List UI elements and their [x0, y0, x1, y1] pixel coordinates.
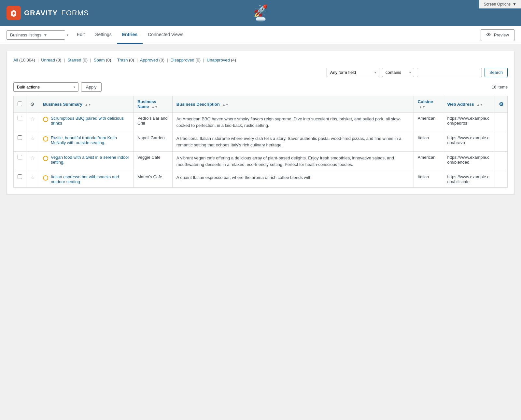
- row-status-summary-cell: Italian espresso bar with snacks and out…: [39, 171, 134, 188]
- row-star-cell: ☆: [26, 152, 39, 171]
- row-gear-cell: [495, 152, 507, 171]
- row-gear-cell: [495, 132, 507, 152]
- eye-icon: 👁: [486, 32, 491, 38]
- rocket-icon: 🚀: [253, 4, 268, 18]
- tab-settings[interactable]: Settings: [90, 26, 117, 44]
- filter-trash[interactable]: Trash: [117, 58, 128, 62]
- chevron-down-icon: ▼: [513, 2, 516, 7]
- row-checkbox[interactable]: [18, 174, 22, 179]
- row-star-cell: ☆: [26, 113, 39, 132]
- bulk-left: Bulk actions Mark as Read Mark as Unread…: [13, 82, 102, 92]
- search-row: Any form field Business Summary Business…: [13, 68, 508, 77]
- content-area: All (10,304) | Unread (8) | Starred (0) …: [0, 44, 521, 412]
- row-web-address: https://www.example.com/pedros: [443, 113, 495, 132]
- search-input[interactable]: [417, 68, 482, 77]
- row-business-name: Veggie Cafe: [133, 152, 172, 171]
- row-cuisine: American: [414, 113, 443, 132]
- row-web-address: https://www.example.com/blended: [443, 152, 495, 171]
- header-icon: ⊙: [30, 102, 34, 107]
- tab-connected-views[interactable]: Connected Views: [143, 26, 189, 44]
- filter-starred[interactable]: Starred: [67, 58, 81, 62]
- header-cuisine[interactable]: Cuisine ▲▼: [414, 96, 443, 113]
- star-icon[interactable]: ☆: [30, 175, 35, 180]
- apply-button[interactable]: Apply: [81, 82, 102, 92]
- row-business-description: A vibrant vegan cafe offering a deliciou…: [172, 152, 414, 171]
- filter-spam[interactable]: Spam: [94, 58, 105, 62]
- items-count: 16 items: [492, 85, 508, 89]
- table-row: ☆ Scrumptious BBQ paired with delicious …: [14, 113, 508, 132]
- row-checkbox[interactable]: [18, 135, 22, 140]
- gravity-forms-logo-icon: [7, 6, 21, 20]
- search-button[interactable]: Search: [485, 68, 508, 77]
- filter-unread[interactable]: Unread: [41, 58, 55, 62]
- row-business-name: Marco's Cafe: [133, 171, 172, 188]
- star-icon[interactable]: ☆: [30, 116, 35, 122]
- header-gear-col: ⚙: [495, 96, 507, 113]
- row-star-cell: ☆: [26, 132, 39, 152]
- bulk-actions-select[interactable]: Bulk actions Mark as Read Mark as Unread…: [13, 82, 78, 92]
- preview-button[interactable]: 👁 Preview: [481, 29, 514, 41]
- row-business-name: Pedro's Bar and Grill: [133, 113, 172, 132]
- row-cuisine: American: [414, 152, 443, 171]
- table-row: ☆ Italian espresso bar with snacks and o…: [14, 171, 508, 188]
- form-selector[interactable]: Business listings ▼: [7, 30, 65, 40]
- tab-entries[interactable]: Entries: [117, 26, 143, 44]
- row-cuisine: Italian: [414, 171, 443, 188]
- row-gear-cell: [495, 113, 507, 132]
- header-business-description[interactable]: Business Description ▲▼: [172, 96, 414, 113]
- logo-text: GRAVITY FORMS: [24, 9, 89, 17]
- row-checkbox[interactable]: [18, 155, 22, 159]
- entries-table: ⊙ Business Summary ▲▼ Business Name ▲▼ B…: [13, 96, 508, 188]
- business-summary-link[interactable]: Vegan food with a twist in a serene indo…: [51, 155, 129, 165]
- star-icon[interactable]: ☆: [30, 155, 35, 161]
- row-checkbox[interactable]: [18, 116, 22, 120]
- filter-approved[interactable]: Approved: [140, 58, 158, 62]
- screen-options-button[interactable]: Screen Options ▼: [479, 0, 521, 8]
- filter-unapproved[interactable]: Unapproved: [207, 58, 230, 62]
- field-select[interactable]: Any form field Business Summary Business…: [327, 68, 379, 77]
- business-summary-link[interactable]: Rustic, beautiful trattoria from Keith M…: [51, 135, 129, 145]
- logo-area: GRAVITY FORMS: [7, 6, 89, 20]
- header-business-summary[interactable]: Business Summary ▲▼: [39, 96, 134, 113]
- sort-business-summary-icon: ▲▼: [85, 103, 91, 106]
- business-summary-link[interactable]: Italian espresso bar with snacks and out…: [51, 174, 129, 184]
- sort-business-name-icon: ▲▼: [151, 105, 158, 109]
- business-summary-link[interactable]: Scrumptious BBQ paired with delicious dr…: [51, 116, 129, 126]
- sort-cuisine-icon: ▲▼: [419, 105, 426, 109]
- row-checkbox-cell: [14, 152, 26, 171]
- status-dot: [43, 156, 48, 161]
- table-header-row: ⊙ Business Summary ▲▼ Business Name ▲▼ B…: [14, 96, 508, 113]
- condition-select[interactable]: contains is is not starts with ends with: [382, 68, 414, 77]
- sort-business-description-icon: ▲▼: [222, 103, 229, 106]
- rocket-decoration: 🚀: [253, 4, 268, 22]
- row-checkbox-cell: [14, 171, 26, 188]
- row-star-cell: ☆: [26, 171, 39, 188]
- bulk-actions-wrapper: Bulk actions Mark as Read Mark as Unread…: [13, 82, 78, 92]
- header-business-name[interactable]: Business Name ▲▼: [133, 96, 172, 113]
- row-web-address: https://www.example.com/billscafe: [443, 171, 495, 188]
- form-selector-wrapper: Business listings ▼: [7, 30, 72, 40]
- select-all-checkbox[interactable]: [18, 102, 22, 106]
- status-dot: [43, 117, 48, 122]
- filter-disapproved[interactable]: Disapproved: [171, 58, 194, 62]
- header-checkbox-col: [14, 96, 26, 113]
- star-icon[interactable]: ☆: [30, 136, 35, 141]
- top-bar: GRAVITY FORMS 🚀 Screen Options ▼: [0, 0, 521, 26]
- row-business-name: Napoli Garden: [133, 132, 172, 152]
- sort-web-address-icon: ▲▼: [476, 103, 483, 106]
- row-status-summary-cell: Rustic, beautiful trattoria from Keith M…: [39, 132, 134, 152]
- nav-tabs: Edit Settings Entries Connected Views: [72, 26, 481, 44]
- header-web-address[interactable]: Web Address ▲▼: [443, 96, 495, 113]
- tab-edit[interactable]: Edit: [72, 26, 90, 44]
- header-star-col: ⊙: [26, 96, 39, 113]
- filter-all[interactable]: All: [13, 58, 18, 62]
- row-business-description: A traditional Italian ristorante where e…: [172, 132, 414, 152]
- row-web-address: https://www.example.com/bravo: [443, 132, 495, 152]
- entries-content: All (10,304) | Unread (8) | Starred (0) …: [7, 51, 514, 195]
- status-dot: [43, 175, 48, 181]
- row-status-summary-cell: Scrumptious BBQ paired with delicious dr…: [39, 113, 134, 132]
- row-business-description: A quaint Italian espresso bar, where the…: [172, 171, 414, 188]
- filter-links: All (10,304) | Unread (8) | Starred (0) …: [13, 58, 508, 62]
- gear-icon[interactable]: ⚙: [499, 102, 503, 107]
- bulk-row: Bulk actions Mark as Read Mark as Unread…: [13, 82, 508, 92]
